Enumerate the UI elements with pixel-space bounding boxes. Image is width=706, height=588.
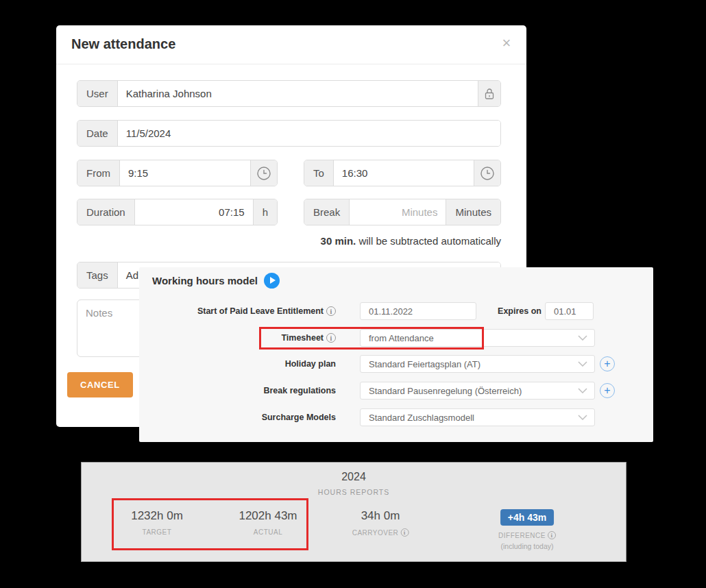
tags-field-label: Tags xyxy=(77,262,118,288)
break-note-minutes: 30 min. xyxy=(321,235,356,247)
report-subtitle: HOURS REPORTS xyxy=(82,488,626,496)
close-icon[interactable] xyxy=(499,36,514,51)
duration-field-label: Duration xyxy=(77,199,135,225)
break-field-group: Break Minutes Minutes xyxy=(304,199,501,225)
date-input[interactable]: 11/5/2024 xyxy=(118,121,500,146)
paid-leave-start-input[interactable]: 01.11.2022 xyxy=(360,302,476,320)
paid-leave-entitlement-label: Start of Paid Leave Entitlement xyxy=(151,302,336,320)
info-icon[interactable] xyxy=(326,333,336,343)
add-break-regulation-button[interactable] xyxy=(600,383,615,398)
from-field-group: From 9:15 xyxy=(77,160,278,186)
target-label: TARGET xyxy=(131,528,183,536)
carryover-value: 34h 0m xyxy=(352,509,409,523)
cancel-button[interactable]: CANCEL xyxy=(67,372,133,397)
user-field-group: User Katharina Johnson xyxy=(77,80,501,107)
actual-stat: 1202h 43m ACTUAL xyxy=(239,509,297,536)
break-note-text: will be subtracted automatically xyxy=(356,235,501,247)
duration-input[interactable]: 07:15 xyxy=(135,199,253,225)
surcharge-models-select[interactable]: Standard Zuschlagsmodell xyxy=(360,408,595,426)
holiday-plan-label: Holiday plan xyxy=(151,355,336,373)
user-locked-addon xyxy=(478,81,500,106)
date-field-group: Date 11/5/2024 xyxy=(77,120,501,147)
duration-unit-addon: h xyxy=(253,199,277,225)
break-regulations-label: Break regulations xyxy=(151,382,336,400)
actual-value: 1202h 43m xyxy=(239,509,297,523)
lock-icon xyxy=(484,88,495,100)
clock-icon xyxy=(480,166,495,181)
report-year: 2024 xyxy=(82,471,626,483)
to-field-label: To xyxy=(304,160,334,186)
from-field-label: From xyxy=(77,160,120,186)
break-input[interactable]: Minutes xyxy=(350,199,446,225)
play-video-icon[interactable] xyxy=(264,273,280,289)
to-time-picker-button[interactable] xyxy=(474,160,500,186)
difference-label: DIFFERENCE xyxy=(498,531,556,539)
break-auto-subtract-note: 30 min. will be subtracted automatically xyxy=(321,235,501,247)
break-field-label: Break xyxy=(304,199,350,225)
working-hours-model-title: Working hours model xyxy=(152,275,258,286)
timesheet-label: Timesheet xyxy=(151,329,336,347)
user-input[interactable]: Katharina Johnson xyxy=(118,81,478,106)
actual-label: ACTUAL xyxy=(239,528,297,536)
target-stat: 1232h 0m TARGET xyxy=(131,509,183,536)
to-time-input[interactable]: 16:30 xyxy=(334,160,474,186)
duration-field-group: Duration 07:15 h xyxy=(77,199,278,225)
expires-on-label: Expires on xyxy=(478,302,541,320)
carryover-stat: 34h 0m CARRYOVER xyxy=(352,509,409,537)
break-regulations-select[interactable]: Standard Pausenregelung (Österreich) xyxy=(360,382,595,400)
chevron-down-icon xyxy=(578,388,587,393)
carryover-label: CARRYOVER xyxy=(352,528,409,537)
from-time-picker-button[interactable] xyxy=(250,160,277,186)
user-field-label: User xyxy=(77,81,118,106)
holiday-plan-select[interactable]: Standard Feiertagsplan (AT) xyxy=(360,355,595,373)
difference-stat: +4h 43m DIFFERENCE (including today) xyxy=(498,509,556,550)
chevron-down-icon xyxy=(578,335,587,341)
info-icon[interactable] xyxy=(326,306,336,316)
surcharge-models-label: Surcharge Models xyxy=(151,408,336,426)
modal-header: New attendance xyxy=(56,25,526,64)
chevron-down-icon xyxy=(578,415,587,420)
difference-sublabel: (including today) xyxy=(498,542,556,550)
clock-icon xyxy=(256,166,271,181)
timesheet-select[interactable]: from Attendance xyxy=(360,329,595,347)
to-field-group: To 16:30 xyxy=(304,160,501,186)
add-holiday-plan-button[interactable] xyxy=(600,356,615,371)
difference-badge: +4h 43m xyxy=(500,509,554,526)
hours-report-panel: 2024 HOURS REPORTS 1232h 0m TARGET 1202h… xyxy=(81,462,626,562)
from-time-input[interactable]: 9:15 xyxy=(120,160,250,186)
expires-on-input[interactable]: 01.01 xyxy=(545,302,594,320)
target-value: 1232h 0m xyxy=(131,509,183,523)
break-unit-addon: Minutes xyxy=(446,199,500,225)
modal-title: New attendance xyxy=(71,36,175,52)
working-hours-model-panel: Working hours model Start of Paid Leave … xyxy=(139,267,653,442)
info-icon[interactable] xyxy=(548,531,556,539)
chevron-down-icon xyxy=(578,361,587,367)
date-field-label: Date xyxy=(77,121,118,146)
info-icon[interactable] xyxy=(400,528,409,537)
